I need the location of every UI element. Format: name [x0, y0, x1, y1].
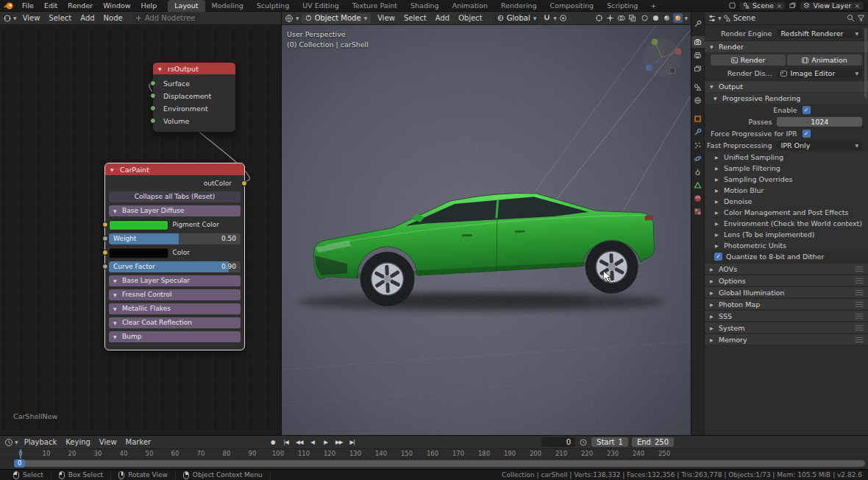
output-icon[interactable]: [691, 49, 705, 61]
browse-scene-icon[interactable]: [729, 2, 736, 9]
socket-color[interactable]: [102, 250, 108, 255]
properties-panel-header[interactable]: ▶ AOVs: [705, 263, 868, 274]
solid-shading-icon[interactable]: [651, 13, 661, 23]
next-keyframe-button[interactable]: ▶▶: [333, 437, 344, 448]
properties-panel-header[interactable]: ▶ System: [705, 322, 868, 333]
editor-type-icon[interactable]: [708, 14, 716, 23]
socket-outcolor[interactable]: [241, 180, 247, 186]
panel-grip-icon[interactable]: [855, 290, 863, 295]
properties-panel-header[interactable]: ▶ Memory: [705, 333, 868, 345]
output-subpanel-header[interactable]: ▶ Color Management and Post Effects: [705, 207, 868, 217]
properties-panel-header[interactable]: ▶ Options: [705, 275, 868, 286]
autokey-record-button[interactable]: ●: [267, 437, 278, 448]
topbar-menu[interactable]: Edit: [39, 0, 63, 12]
timeline-menu[interactable]: Playback: [20, 438, 62, 446]
topbar-menu[interactable]: Window: [98, 0, 135, 12]
shader-editor-menu[interactable]: Node: [99, 14, 127, 22]
mode-dropdown[interactable]: Object Mode ▼: [302, 13, 371, 24]
panel-grip-icon[interactable]: [855, 267, 863, 272]
view-layer-icon[interactable]: [691, 63, 705, 74]
workspace-tab[interactable]: Animation: [446, 0, 494, 12]
output-subpanel-header[interactable]: ▶ Sample Filtering: [705, 163, 868, 173]
timeline-menu[interactable]: Marker: [121, 438, 156, 446]
editor-type-icon[interactable]: [3, 14, 12, 23]
filter-icon[interactable]: [856, 14, 865, 23]
fast-preprocessing-dropdown[interactable]: IPR Only ▼: [777, 141, 862, 150]
object-icon[interactable]: [691, 113, 705, 124]
output-subpanel-header[interactable]: ▶ Sampling Overrides: [705, 174, 868, 184]
workspace-tab[interactable]: Texture Paint: [346, 0, 404, 12]
render-display-dropdown[interactable]: Image Editor ▼: [777, 68, 862, 78]
jump-to-start-button[interactable]: |◀: [280, 437, 291, 448]
properties-panel-header[interactable]: ▶ Global Illumination: [705, 286, 868, 297]
xray-toggle-icon[interactable]: [627, 14, 636, 23]
output-subpanel-header[interactable]: ▶ Lens (To be implemented): [705, 229, 868, 239]
workspace-tab[interactable]: UV Editing: [296, 0, 346, 12]
carpaint-section[interactable]: ▼ Bump: [109, 331, 241, 342]
view-layer-selector[interactable]: View Layer ×: [800, 1, 864, 10]
overlays-toggle-icon[interactable]: [616, 14, 625, 23]
workspace-tab[interactable]: Layout: [168, 0, 204, 12]
browse-view-layer-icon[interactable]: [789, 2, 796, 9]
carpaint-section[interactable]: ▼ Fresnel Control: [109, 289, 241, 300]
editor-type-chevron-icon[interactable]: ▼: [13, 15, 17, 21]
carpaint-section[interactable]: ▼ Base Layer Specular: [109, 275, 241, 286]
topbar-menu[interactable]: Render: [63, 0, 98, 12]
timeline-menu[interactable]: Keying: [61, 438, 95, 446]
editor-type-chevron-icon[interactable]: ▼: [15, 440, 18, 445]
material-icon[interactable]: [691, 192, 705, 204]
wireframe-shading-icon[interactable]: [640, 13, 650, 23]
current-frame-field[interactable]: 0: [541, 437, 575, 447]
editor-type-chevron-icon[interactable]: ▼: [718, 15, 722, 21]
topbar-menu[interactable]: File: [17, 0, 39, 12]
color-swatch[interactable]: [109, 248, 168, 258]
workspace-tab[interactable]: Shading: [404, 0, 446, 12]
end-frame-field[interactable]: End250: [632, 437, 674, 447]
pivot-point-icon[interactable]: [594, 14, 603, 23]
viewport-canvas[interactable]: User Perspective (0) Collection | carShe…: [282, 25, 691, 435]
panel-grip-icon[interactable]: [855, 302, 863, 307]
socket-surface[interactable]: [150, 80, 156, 86]
timeline-tracks[interactable]: 0: [0, 459, 868, 469]
output-subpanel-header[interactable]: ▶ Photometric Units: [705, 240, 868, 250]
editor-type-icon[interactable]: [4, 438, 13, 447]
shader-editor-menu[interactable]: View: [18, 14, 45, 22]
search-icon[interactable]: [846, 14, 855, 23]
snap-magnet-icon[interactable]: [542, 14, 551, 23]
properties-panel-header[interactable]: ▶ SSS: [705, 310, 868, 321]
world-icon[interactable]: [691, 94, 705, 106]
rendered-shading-icon[interactable]: [673, 13, 683, 23]
socket-environment[interactable]: [150, 105, 156, 111]
render-icon[interactable]: [691, 36, 705, 48]
material-preview-icon[interactable]: [662, 13, 672, 23]
panel-grip-icon[interactable]: [855, 278, 863, 283]
properties-scrollbar[interactable]: [864, 28, 867, 98]
modifiers-icon[interactable]: [691, 126, 705, 138]
collapse-node-icon[interactable]: ▼: [158, 66, 164, 71]
socket-curve-factor[interactable]: [102, 264, 108, 269]
viewport-menu[interactable]: Add: [431, 14, 454, 22]
viewport-menu[interactable]: Select: [399, 14, 431, 22]
particles-icon[interactable]: [691, 139, 705, 151]
add-nodetree-button[interactable]: Add Nodetree: [132, 13, 199, 24]
render-animation-button[interactable]: Animation: [787, 54, 862, 66]
output-subpanel-header[interactable]: ▶ Unified Sampling: [705, 152, 868, 162]
blender-logo-icon[interactable]: [4, 1, 14, 10]
play-reverse-button[interactable]: ◀: [307, 437, 318, 448]
previous-keyframe-button[interactable]: ◀◀: [294, 437, 305, 448]
panel-grip-icon[interactable]: [855, 314, 863, 319]
start-frame-field[interactable]: Start1: [591, 437, 628, 447]
jump-to-end-button[interactable]: ▶|: [346, 437, 357, 448]
pigment-color-swatch[interactable]: [109, 220, 168, 230]
shader-editor-menu[interactable]: Select: [44, 14, 76, 22]
render-panel-header[interactable]: ▼ Render: [705, 40, 868, 52]
texture-icon[interactable]: [691, 205, 705, 217]
node-carpaint[interactable]: ▼ CarPaint outColor Collapse all Tabs (R…: [105, 163, 244, 350]
remove-view-layer-icon[interactable]: ×: [854, 2, 860, 10]
viewport-menu[interactable]: View: [373, 14, 399, 22]
playhead-badge[interactable]: 0: [14, 459, 25, 467]
transform-orientation-dropdown[interactable]: Global ▼: [494, 13, 541, 24]
node-carpaint-header[interactable]: ▼ CarPaint: [105, 163, 244, 175]
constraints-icon[interactable]: [691, 166, 705, 177]
properties-panel-header[interactable]: ▶ Photon Map: [705, 298, 868, 309]
